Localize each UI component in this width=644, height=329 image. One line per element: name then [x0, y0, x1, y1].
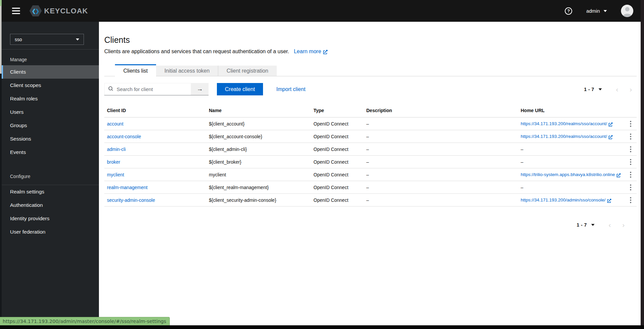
actions-cell	[624, 168, 637, 181]
home-url-link[interactable]: https://34.171.193.200/realms/sso/accoun…	[521, 134, 613, 139]
kebab-icon	[630, 184, 631, 186]
pagination-top: 1 - 7 ‹ ›	[584, 86, 632, 93]
kebab-menu-button[interactable]	[627, 145, 635, 154]
sidebar-item-client-scopes[interactable]: Client scopes	[2, 79, 99, 92]
client-id-link[interactable]: realm-management	[107, 185, 147, 190]
page-description: Clients are applications and services th…	[104, 48, 637, 56]
home-url-link[interactable]: https://34.171.193.200/admin/sso/console…	[521, 197, 611, 202]
keycloak-logo: ❮❯ KEYCLOAK	[29, 5, 88, 16]
client-id-cell: account	[104, 117, 206, 130]
table-row: myclient myclient OpenID Connect – https…	[104, 168, 637, 181]
chevron-down-icon[interactable]	[591, 224, 595, 226]
column-header-description: Description	[364, 105, 518, 117]
tab-client-registration[interactable]: Client registration	[218, 66, 277, 76]
learn-more-link[interactable]: Learn more	[294, 49, 328, 54]
pagination-prev-button[interactable]: ‹	[616, 86, 618, 93]
name-cell: ${client_security-admin-console}	[206, 194, 311, 207]
sidebar-item-sessions[interactable]: Sessions	[2, 132, 99, 146]
nav-section-label: Configure	[2, 159, 99, 182]
kebab-menu-button[interactable]	[627, 132, 635, 141]
nav-section-label: Manage	[2, 50, 99, 65]
kebab-menu-button[interactable]	[627, 119, 635, 129]
client-id-link[interactable]: myclient	[107, 172, 124, 177]
search-input[interactable]	[116, 86, 183, 92]
client-id-link[interactable]: broker	[107, 159, 120, 165]
tab-clients-list[interactable]: Clients list	[115, 64, 156, 76]
home-url-link[interactable]: https://trilio-system.apps.bhavya.k8stri…	[521, 172, 621, 177]
sidebar: sso Manage ClientsClient scopesRealm rol…	[2, 22, 99, 325]
actions-cell	[624, 117, 637, 130]
column-header-type: Type	[311, 105, 364, 117]
header-right-tools: ? admin	[565, 5, 633, 17]
sidebar-item-label: Clients	[10, 69, 26, 75]
pagination-range: 1 - 7	[576, 222, 587, 228]
actions-cell	[624, 130, 637, 143]
client-id-link[interactable]: account	[107, 121, 123, 127]
column-header-actions	[624, 105, 637, 117]
sidebar-item-identity-providers[interactable]: Identity providers	[2, 212, 99, 225]
window-edge-artifact-left	[0, 0, 2, 329]
kebab-icon	[630, 146, 631, 148]
clients-table-body: account ${client_account} OpenID Connect…	[104, 117, 637, 207]
table-row: account-console ${client_account-console…	[104, 130, 637, 143]
actions-cell	[624, 156, 637, 168]
sidebar-item-users[interactable]: Users	[2, 105, 99, 119]
edge-segment-green	[0, 0, 2, 6]
chevron-down-icon[interactable]	[599, 88, 602, 90]
avatar[interactable]	[621, 5, 633, 17]
home-url-link[interactable]: https://34.171.193.200/realms/sso/accoun…	[521, 121, 613, 126]
external-link-icon	[609, 135, 613, 140]
user-menu[interactable]: admin	[586, 8, 607, 14]
pagination-prev-button[interactable]: ‹	[609, 221, 611, 228]
tab-initial-access-token[interactable]: Initial access token	[156, 66, 218, 76]
nav-toggle-button[interactable]	[11, 6, 21, 16]
nav-section: Configure Realm settingsAuthenticationId…	[2, 159, 99, 239]
search-icon	[108, 86, 113, 92]
kebab-menu-button[interactable]	[627, 183, 635, 192]
sidebar-item-realm-settings[interactable]: Realm settings	[2, 185, 99, 198]
page-title: Clients	[104, 34, 637, 46]
type-cell: OpenID Connect	[311, 156, 364, 168]
sidebar-item-authentication[interactable]: Authentication	[2, 198, 99, 212]
sidebar-item-realm-roles[interactable]: Realm roles	[2, 92, 99, 105]
type-cell: OpenID Connect	[311, 143, 364, 156]
sidebar-item-label: Authentication	[10, 202, 43, 208]
client-id-cell: account-console	[104, 130, 206, 143]
avatar-person-icon	[625, 7, 629, 11]
client-id-cell: broker	[104, 156, 206, 168]
import-client-link[interactable]: Import client	[276, 86, 305, 92]
search-submit-button[interactable]: →	[191, 83, 209, 95]
window-edge-artifact-right	[641, 0, 644, 329]
pagination-next-button[interactable]: ›	[622, 221, 625, 228]
realm-selector[interactable]: sso	[10, 34, 84, 45]
description-cell: –	[364, 168, 518, 181]
kebab-icon	[630, 121, 631, 122]
type-cell: OpenID Connect	[311, 168, 364, 181]
user-menu-label: admin	[586, 8, 600, 14]
nav-sections: Manage ClientsClient scopesRealm rolesUs…	[2, 50, 99, 239]
hamburger-icon	[12, 8, 20, 9]
edge-segment-light	[0, 6, 2, 74]
sidebar-item-events[interactable]: Events	[2, 146, 99, 159]
type-cell: OpenID Connect	[311, 130, 364, 143]
type-cell: OpenID Connect	[311, 194, 364, 207]
kebab-menu-button[interactable]	[627, 195, 635, 205]
kebab-menu-button[interactable]	[627, 170, 635, 179]
table-row: security-admin-console ${client_security…	[104, 194, 637, 207]
help-icon[interactable]: ?	[565, 7, 572, 15]
pagination-next-button[interactable]: ›	[630, 86, 632, 93]
external-link-icon	[609, 122, 613, 127]
kebab-menu-button[interactable]	[627, 157, 635, 167]
sidebar-item-clients[interactable]: Clients	[2, 65, 99, 79]
client-id-link[interactable]: security-admin-console	[107, 197, 155, 203]
sidebar-item-label: User federation	[10, 229, 45, 235]
client-id-link[interactable]: admin-cli	[107, 147, 126, 152]
table-row: account ${client_account} OpenID Connect…	[104, 117, 637, 130]
name-cell: ${client_account-console}	[206, 130, 311, 143]
create-client-button[interactable]: Create client	[217, 83, 263, 95]
screen: ❮❯ KEYCLOAK ? admin sso	[0, 0, 644, 329]
client-id-link[interactable]: account-console	[107, 134, 141, 139]
table-row: admin-cli ${client_admin-cli} OpenID Con…	[104, 143, 637, 156]
sidebar-item-groups[interactable]: Groups	[2, 119, 99, 132]
sidebar-item-user-federation[interactable]: User federation	[2, 225, 99, 239]
